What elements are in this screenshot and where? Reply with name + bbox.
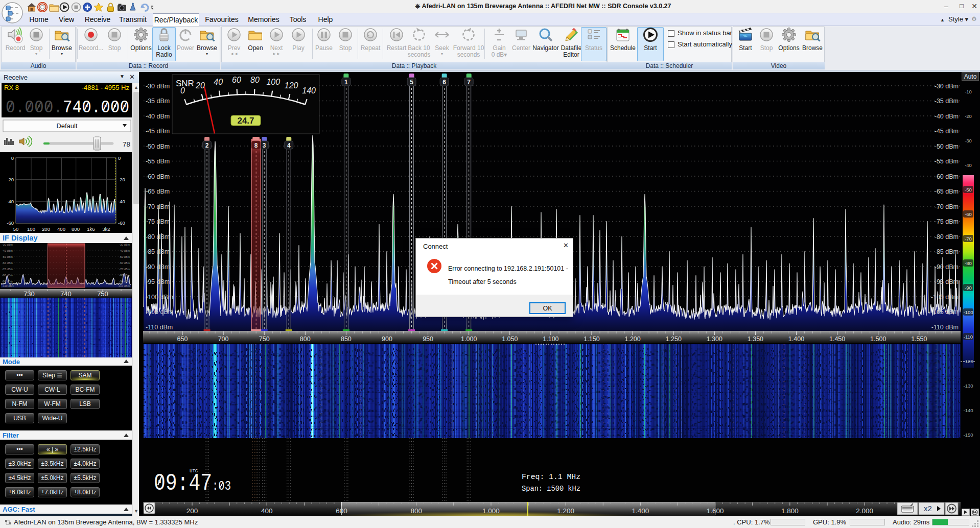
svg-text:-75 dBm: -75 dBm bbox=[935, 218, 959, 225]
svg-text:1k6: 1k6 bbox=[87, 226, 95, 232]
svg-text:1.400: 1.400 bbox=[632, 507, 649, 515]
svg-text:Default: Default bbox=[56, 122, 78, 130]
svg-text:900: 900 bbox=[382, 335, 392, 343]
svg-text:700: 700 bbox=[218, 335, 229, 343]
svg-text:-60 dBm: -60 dBm bbox=[119, 261, 130, 265]
svg-text:-95 dBm: -95 dBm bbox=[146, 278, 170, 285]
svg-text:5: 5 bbox=[410, 79, 413, 86]
svg-text:730: 730 bbox=[24, 290, 35, 298]
svg-text:-80 dBm: -80 dBm bbox=[146, 233, 170, 241]
svg-text:1.400: 1.400 bbox=[788, 335, 804, 343]
svg-text:0: 0 bbox=[180, 86, 185, 95]
svg-text:-70 dBm: -70 dBm bbox=[119, 268, 130, 271]
svg-text:750: 750 bbox=[97, 290, 108, 298]
svg-text:IF Display: IF Display bbox=[3, 234, 38, 242]
svg-text:-40 dBm: -40 dBm bbox=[2, 249, 13, 252]
svg-text:RX 8: RX 8 bbox=[4, 84, 19, 91]
svg-text:-80: -80 bbox=[965, 260, 972, 266]
svg-text:-110 dBm: -110 dBm bbox=[2, 284, 14, 287]
svg-text:-20: -20 bbox=[965, 113, 972, 119]
svg-text:800: 800 bbox=[410, 507, 422, 515]
svg-text:-50 dBm: -50 dBm bbox=[2, 255, 13, 258]
svg-text:740.000: 740.000 bbox=[63, 98, 129, 118]
svg-text:1.200: 1.200 bbox=[624, 335, 640, 343]
svg-text:850: 850 bbox=[341, 335, 352, 343]
svg-text:-50: -50 bbox=[965, 187, 972, 193]
svg-text:-100 dBm: -100 dBm bbox=[931, 294, 959, 301]
svg-text:100: 100 bbox=[27, 226, 35, 232]
svg-text:Mode: Mode bbox=[3, 358, 20, 366]
svg-text:-70 dBm: -70 dBm bbox=[146, 203, 170, 210]
svg-text:-130: -130 bbox=[963, 383, 973, 389]
svg-text:0.000.: 0.000. bbox=[6, 98, 63, 118]
svg-text:-80 dBm: -80 dBm bbox=[935, 233, 959, 241]
svg-text:0: 0 bbox=[11, 155, 14, 161]
svg-text:140: 140 bbox=[302, 86, 316, 95]
svg-text:100: 100 bbox=[266, 78, 280, 86]
svg-text:1.050: 1.050 bbox=[502, 335, 518, 343]
svg-text:-35 dBm: -35 dBm bbox=[935, 98, 959, 105]
svg-text:-30: -30 bbox=[965, 138, 972, 143]
svg-text:-110 dBm: -110 dBm bbox=[931, 324, 959, 331]
svg-text:-90 dBm: -90 dBm bbox=[146, 263, 170, 271]
svg-text:-150: -150 bbox=[963, 432, 973, 438]
svg-text:1.150: 1.150 bbox=[584, 335, 599, 343]
svg-text:-90 dBm: -90 dBm bbox=[119, 280, 130, 283]
svg-text:-50 dBm: -50 dBm bbox=[146, 143, 170, 150]
svg-text:-35 dBm: -35 dBm bbox=[146, 98, 170, 105]
svg-text:-80 dBm: -80 dBm bbox=[119, 274, 130, 277]
svg-text:-60: -60 bbox=[7, 220, 14, 226]
svg-text:Span: ±500 kHz: Span: ±500 kHz bbox=[522, 484, 580, 493]
svg-text:-75 dBm: -75 dBm bbox=[146, 218, 170, 225]
svg-text:-40 dBm: -40 dBm bbox=[146, 113, 170, 120]
svg-text:1.250: 1.250 bbox=[666, 335, 682, 343]
svg-text:1.800: 1.800 bbox=[781, 507, 799, 515]
svg-text:650: 650 bbox=[177, 335, 188, 343]
svg-text:1.000: 1.000 bbox=[482, 507, 500, 515]
svg-text:-110 dBm: -110 dBm bbox=[118, 284, 130, 287]
svg-text:-40 dBm: -40 dBm bbox=[119, 249, 130, 252]
svg-text:2.000: 2.000 bbox=[856, 507, 873, 515]
svg-text:-100 dBm: -100 dBm bbox=[146, 294, 173, 301]
svg-text:750: 750 bbox=[259, 335, 270, 343]
svg-text:3: 3 bbox=[263, 142, 266, 149]
svg-text:-4881 - 4955 Hz: -4881 - 4955 Hz bbox=[82, 84, 129, 91]
svg-text:-30 dBm: -30 dBm bbox=[146, 83, 170, 90]
svg-text:-45 dBm: -45 dBm bbox=[146, 128, 170, 135]
svg-text:x2: x2 bbox=[924, 504, 932, 513]
svg-text:20: 20 bbox=[195, 81, 205, 90]
svg-text:78: 78 bbox=[123, 140, 130, 148]
svg-text:3k2: 3k2 bbox=[102, 226, 110, 232]
svg-text:-60: -60 bbox=[118, 220, 125, 226]
svg-text:-100: -100 bbox=[963, 309, 973, 315]
svg-text:-110: -110 bbox=[964, 334, 973, 340]
svg-text:800: 800 bbox=[300, 335, 311, 343]
svg-text:950: 950 bbox=[423, 335, 433, 343]
svg-text:-30 dBm: -30 dBm bbox=[935, 83, 959, 90]
svg-text:8: 8 bbox=[254, 142, 258, 149]
svg-text::03: :03 bbox=[212, 479, 231, 494]
svg-text:Freq: 1.1 MHz: Freq: 1.1 MHz bbox=[522, 472, 580, 482]
svg-text:-10: -10 bbox=[965, 89, 972, 94]
svg-text:1.450: 1.450 bbox=[829, 335, 845, 343]
svg-text:-90: -90 bbox=[965, 285, 972, 291]
svg-text:-70 dBm: -70 dBm bbox=[2, 268, 13, 271]
svg-text:-70: -70 bbox=[965, 236, 972, 242]
svg-text:-90 dBm: -90 dBm bbox=[2, 280, 13, 283]
svg-text:-20: -20 bbox=[7, 177, 14, 182]
svg-text:-105 dBm: -105 dBm bbox=[931, 308, 959, 316]
svg-text:-60 dBm: -60 dBm bbox=[935, 173, 959, 180]
svg-text:-60: -60 bbox=[965, 211, 972, 217]
svg-text:-85 dBm: -85 dBm bbox=[146, 248, 170, 255]
svg-text:AGC: Fast: AGC: Fast bbox=[3, 506, 35, 513]
svg-text:40: 40 bbox=[214, 78, 223, 86]
svg-text:-60 dBm: -60 dBm bbox=[2, 261, 13, 265]
svg-text:-40: -40 bbox=[118, 199, 125, 204]
svg-text:200: 200 bbox=[42, 226, 50, 232]
svg-text:-65 dBm: -65 dBm bbox=[146, 188, 170, 195]
svg-text:1.000: 1.000 bbox=[461, 335, 477, 343]
svg-text:50: 50 bbox=[13, 226, 19, 232]
svg-text:-20: -20 bbox=[118, 177, 125, 182]
svg-text:-90 dBm: -90 dBm bbox=[935, 263, 959, 271]
svg-text:-30 dBm: -30 dBm bbox=[2, 243, 13, 246]
